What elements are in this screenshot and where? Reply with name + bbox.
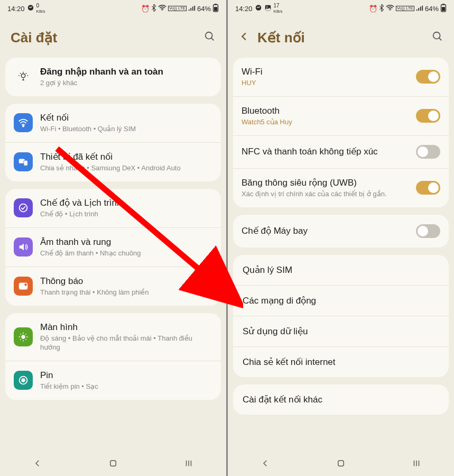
settings-item-battery[interactable]: Pin Tiết kiệm pin • Sạc (5, 361, 221, 400)
settings-item-sound[interactable]: Âm thanh và rung Chế độ âm thanh • Nhạc … (5, 227, 221, 267)
svg-point-19 (266, 6, 267, 7)
settings-item-modes[interactable]: Chế độ và Lịch trình Chế độ • Lịch trình (5, 189, 221, 227)
settings-item-connections[interactable]: Kết nối Wi-Fi • Bluetooth • Quản lý SIM (5, 104, 221, 142)
nav-bar (228, 452, 454, 476)
bluetooth-toggle[interactable] (416, 109, 440, 123)
status-time: 14:20 (235, 5, 253, 13)
nav-back[interactable] (33, 459, 42, 471)
svg-point-20 (390, 10, 391, 11)
svg-point-24 (433, 32, 440, 39)
sound-icon (14, 237, 33, 257)
tip-sub: 2 gợi ý khác (40, 79, 212, 88)
svg-rect-23 (442, 7, 445, 11)
svg-point-1 (162, 10, 163, 11)
item-sub: Wi-Fi • Bluetooth • Quản lý SIM (40, 125, 212, 134)
item-title: Thông báo (40, 276, 212, 287)
nav-home[interactable] (108, 459, 118, 471)
nav-recents[interactable] (412, 459, 421, 471)
settings-item-connected-devices[interactable]: Thiết bị đã kết nối Chia sẻ nhanh • Sams… (5, 142, 221, 181)
svg-rect-22 (442, 4, 444, 5)
uwb-toggle[interactable] (416, 181, 440, 195)
item-sub: HUY (242, 79, 409, 88)
item-title: Pin (40, 370, 212, 381)
devices-icon (14, 152, 33, 171)
item-title: Băng thông siêu rộng (UWB) (242, 177, 409, 189)
status-time: 14:20 (7, 5, 25, 13)
page-title: Cài đặt (11, 30, 197, 46)
item-sub: Độ sáng • Bảo vệ cho mắt thoải mái • Tha… (40, 334, 212, 352)
messenger-icon (255, 4, 262, 13)
wifi-icon (158, 5, 166, 13)
messenger-icon (27, 4, 34, 13)
item-sub: Xác định vị trí chính xác của các thiết … (242, 190, 409, 199)
tips-card[interactable]: Đăng nhập nhanh và an toàn 2 gợi ý khác (5, 58, 221, 96)
phone-left: 14:20 0KB/s ⏰ Vo)) LTE 64% Cài đặt (0, 0, 226, 476)
sim-row[interactable]: Quản lý SIM (233, 255, 449, 285)
display-icon (14, 327, 33, 346)
uwb-row[interactable]: Băng thông siêu rộng (UWB) Xác định vị t… (233, 168, 449, 207)
settings-item-notifications[interactable]: Thông báo Thanh trạng thái • Không làm p… (5, 267, 221, 306)
svg-rect-25 (338, 461, 344, 466)
nfc-row[interactable]: NFC và thanh toán không tiếp xúc (233, 135, 449, 168)
bluetooth-row[interactable]: Bluetooth Watch5 của Huy (233, 96, 449, 135)
svg-point-7 (23, 126, 24, 127)
nav-recents[interactable] (184, 459, 193, 471)
back-button[interactable] (238, 31, 250, 45)
page-title: Kết nối (257, 30, 424, 46)
nav-bar (0, 452, 226, 476)
svg-rect-16 (110, 461, 116, 466)
search-icon[interactable] (204, 31, 216, 45)
data-usage-row[interactable]: Sử dụng dữ liệu (233, 316, 449, 346)
battery-icon (212, 4, 219, 14)
wifi-row[interactable]: Wi-Fi HUY (233, 58, 449, 96)
item-title: Chế độ Máy bay (242, 225, 409, 237)
status-bar: 14:20 0KB/s ⏰ Vo)) LTE 64% (0, 0, 226, 16)
hotspot-row[interactable]: Chia sẻ kết nối internet (233, 346, 449, 377)
speed-indicator: 17KB/s (274, 3, 283, 14)
nav-home[interactable] (336, 459, 346, 471)
status-bar: 14:20 17KB/s ⏰ Vo)) LTE 64% (228, 0, 454, 16)
gallery-icon (264, 4, 272, 13)
item-sub: Chế độ • Lịch trình (40, 210, 212, 219)
svg-rect-4 (214, 7, 217, 11)
notification-icon (14, 277, 33, 296)
alarm-icon: ⏰ (141, 5, 150, 13)
item-title: Âm thanh và rung (40, 236, 212, 248)
search-icon[interactable] (432, 31, 443, 45)
signal-icon (188, 5, 196, 13)
wifi-icon (14, 113, 33, 132)
airplane-toggle[interactable] (416, 224, 440, 238)
svg-point-10 (20, 204, 27, 212)
svg-point-15 (22, 379, 25, 382)
nav-back[interactable] (261, 459, 270, 471)
svg-point-13 (21, 335, 25, 338)
mobile-networks-row[interactable]: Các mạng di động (233, 285, 449, 316)
svg-rect-3 (215, 4, 217, 5)
item-sub: Watch5 của Huy (242, 118, 409, 127)
settings-item-display[interactable]: Màn hình Độ sáng • Bảo vệ cho mắt thoải … (5, 313, 221, 361)
nfc-toggle[interactable] (416, 145, 440, 159)
bluetooth-icon (151, 4, 156, 13)
alarm-icon: ⏰ (369, 5, 377, 13)
wifi-toggle[interactable] (416, 70, 440, 84)
modes-icon (14, 198, 33, 217)
more-connections-row[interactable]: Cài đặt kết nối khác (233, 385, 449, 415)
tip-icon (14, 67, 33, 86)
battery-text: 64% (197, 5, 211, 13)
tip-title: Đăng nhập nhanh và an toàn (40, 66, 212, 78)
battery-text: 64% (425, 5, 439, 13)
volte-icon: Vo)) LTE (168, 6, 187, 11)
wifi-icon (386, 5, 394, 13)
signal-icon (416, 5, 423, 13)
item-title: Màn hình (40, 322, 212, 333)
svg-point-5 (206, 32, 212, 39)
item-sub: Chế độ âm thanh • Nhạc chuông (40, 249, 212, 258)
item-title: Kết nối (40, 112, 212, 124)
bluetooth-icon (379, 4, 384, 13)
item-title: NFC và thanh toán không tiếp xúc (242, 146, 409, 158)
svg-point-12 (24, 283, 27, 287)
airplane-row[interactable]: Chế độ Máy bay (233, 215, 449, 248)
item-title: Wi-Fi (242, 66, 409, 78)
item-title: Thiết bị đã kết nối (40, 151, 212, 163)
item-title: Chế độ và Lịch trình (40, 197, 212, 209)
